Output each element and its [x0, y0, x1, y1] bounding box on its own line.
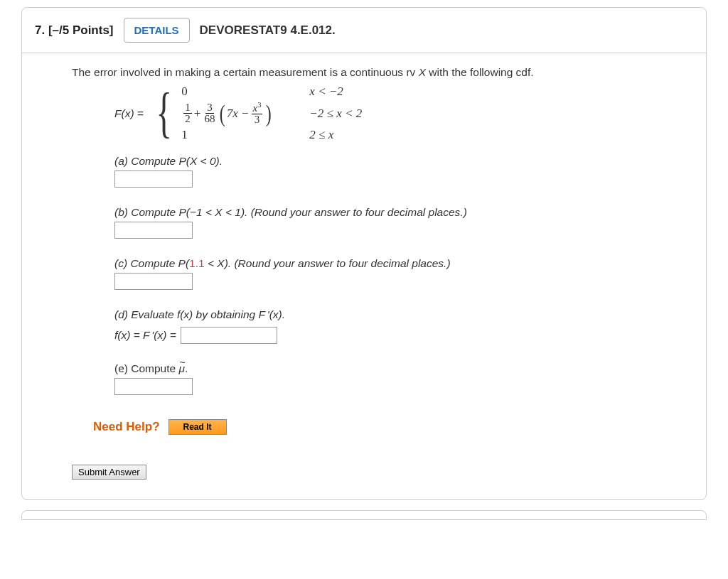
part-e-before: (e) Compute [114, 362, 178, 374]
question-number-points: 7. [–/5 Points] [35, 23, 114, 38]
details-button[interactable]: DETAILS [124, 18, 190, 43]
lparen-icon: ( [220, 105, 225, 122]
frac-num: x3 [252, 102, 263, 114]
part-e-input[interactable] [114, 378, 193, 395]
case-2: 1 2 + 3 68 ( 7x − x3 [181, 102, 362, 125]
submit-answer-button[interactable]: Submit Answer [72, 465, 146, 480]
part-c-after: < X). (Round your answer to four decimal… [205, 257, 451, 269]
exponent: 3 [257, 101, 261, 109]
case-1-expr: 0 [181, 85, 309, 99]
intro-rv: X [419, 66, 426, 78]
part-d-eq: f(x) = F '(x) = [114, 329, 176, 342]
next-question-container [21, 510, 707, 520]
part-c-input[interactable] [114, 273, 193, 290]
case-2-cond: −2 ≤ x < 2 [309, 107, 362, 121]
question-source: DEVORESTAT9 4.E.012. [200, 23, 336, 38]
mu-tilde: μ [178, 362, 185, 374]
frac-3-68: 3 68 [203, 102, 216, 124]
frac-den: 3 [253, 114, 262, 125]
part-d-label: (d) Evaluate f(x) by obtaining F '(x). [114, 308, 685, 321]
part-a: (a) Compute P(X < 0). [114, 155, 685, 188]
piecewise-cases: 0 x < −2 1 2 + 3 68 [181, 85, 362, 142]
part-e: (e) Compute μ. [114, 362, 685, 395]
submit-row: Submit Answer [72, 465, 685, 480]
read-it-button[interactable]: Read It [168, 419, 227, 435]
inner-7x: 7x − [227, 107, 250, 121]
question-header: 7. [–/5 Points] DETAILS DEVORESTAT9 4.E.… [22, 8, 706, 53]
part-d-input[interactable] [181, 327, 277, 344]
frac-x3-3: x3 3 [252, 102, 263, 125]
case-1-cond: x < −2 [309, 85, 343, 99]
part-b-label: (b) Compute P(−1 < X < 1). (Round your a… [114, 206, 685, 219]
part-c-red: 1.1 [189, 257, 205, 269]
case-3: 1 2 ≤ x [181, 128, 362, 142]
part-b-input[interactable] [114, 222, 193, 239]
frac-den: 68 [203, 114, 216, 124]
need-help-label: Need Help? [93, 420, 160, 434]
question-intro: The error involved in making a certain m… [72, 66, 685, 79]
plus-sign: + [194, 107, 201, 121]
part-a-label: (a) Compute P(X < 0). [114, 155, 685, 168]
frac-num: 1 [183, 102, 192, 114]
question-content: The error involved in making a certain m… [22, 53, 706, 499]
intro-text-before: The error involved in making a certain m… [72, 66, 419, 78]
question-container: 7. [–/5 Points] DETAILS DEVORESTAT9 4.E.… [21, 7, 707, 500]
part-e-after: . [185, 362, 188, 374]
case-3-expr: 1 [181, 128, 309, 142]
case-2-expr: 1 2 + 3 68 ( 7x − x3 [181, 102, 309, 125]
part-a-input[interactable] [114, 171, 193, 188]
frac-num: 3 [205, 102, 214, 114]
fx-label: F(x) = [114, 107, 144, 120]
need-help-row: Need Help? Read It [93, 419, 685, 435]
frac-den: 2 [183, 114, 192, 124]
cdf-formula: F(x) = { 0 x < −2 1 2 + [114, 85, 685, 142]
part-c-before: (c) Compute P( [114, 257, 189, 269]
part-e-label: (e) Compute μ. [114, 362, 685, 375]
case-1: 0 x < −2 [181, 85, 362, 99]
part-d: (d) Evaluate f(x) by obtaining F '(x). f… [114, 308, 685, 344]
part-c: (c) Compute P(1.1 < X). (Round your answ… [114, 257, 685, 290]
intro-text-after: with the following cdf. [426, 66, 534, 78]
part-b: (b) Compute P(−1 < X < 1). (Round your a… [114, 206, 685, 239]
brace-icon: { [156, 91, 171, 135]
frac-1-2: 1 2 [183, 102, 192, 124]
case-3-cond: 2 ≤ x [309, 128, 333, 142]
rparen-icon: ) [266, 105, 272, 122]
part-c-label: (c) Compute P(1.1 < X). (Round your answ… [114, 257, 685, 270]
